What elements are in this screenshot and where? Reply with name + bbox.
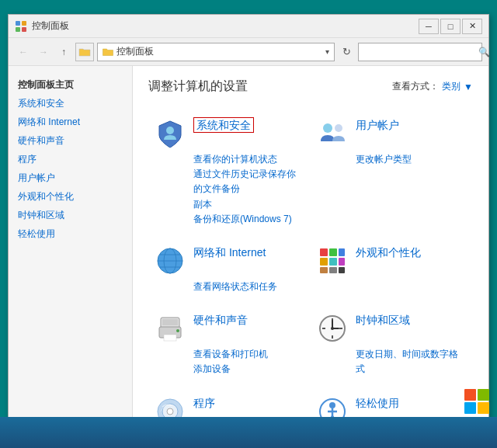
programs-content: 程序 [193,396,215,410]
svg-point-6 [335,124,342,132]
svg-rect-17 [339,258,345,266]
category-hardware: 硬件和声音 查看设备和打印机 添加设备 [148,305,311,387]
category-title-clock[interactable]: 时钟和区域 [356,314,410,326]
close-button[interactable]: ✕ [462,19,482,34]
svg-rect-1 [22,21,26,26]
address-path: 控制面板 [116,45,322,58]
forward-button[interactable]: → [35,43,52,61]
sidebar-item-clock[interactable]: 时钟和区域 [9,206,132,224]
page-title: 调整计算机的设置 [148,78,248,95]
up-button[interactable]: ↑ [55,43,72,61]
svg-rect-16 [329,258,337,266]
logo-red [464,389,476,401]
sidebar-item-users[interactable]: 用户帐户 [9,168,132,187]
user-accounts-icon [317,118,348,149]
link-add-device[interactable]: 添加设备 [193,362,304,377]
svg-rect-18 [320,267,328,273]
control-panel-window: 控制面板 ─ □ ✕ ← → ↑ 控制面板 ▾ ↻ [8,14,489,425]
search-icon: 🔍 [478,47,490,57]
titlebar-title: 控制面板 [32,19,419,33]
svg-point-25 [176,329,179,332]
watermark: ☆ 梦 系统米分 [384,389,489,414]
windows-logo [464,389,489,414]
clock-icon [317,313,348,344]
network-content: 网络和 Internet [193,245,266,259]
categories-grid: 系统和安全 查看你的计算机状态 通过文件历史记录保存你的文件备份 副本 备份和还… [148,110,473,425]
hardware-links: 查看设备和打印机 添加设备 [155,347,304,377]
main-content: 调整计算机的设置 查看方式： 类别 ▼ [133,66,488,425]
category-header-hardware: 硬件和声音 [155,313,304,344]
category-system-security: 系统和安全 查看你的计算机状态 通过文件历史记录保存你的文件备份 副本 备份和还… [148,110,311,238]
system-security-links: 查看你的计算机状态 通过文件历史记录保存你的文件备份 副本 备份和还原(Wind… [155,152,304,227]
sidebar-item-system[interactable]: 系统和安全 [9,94,132,113]
link-devices-printers[interactable]: 查看设备和打印机 [193,347,304,362]
view-mode-arrow: ▼ [464,82,473,92]
search-box[interactable]: 🔍 [358,43,482,61]
view-mode-label: 查看方式： [392,80,439,93]
address-dropdown-icon[interactable]: ▾ [325,47,329,56]
network-links: 查看网络状态和任务 [155,280,304,294]
user-accounts-links: 更改帐户类型 [317,152,467,167]
sidebar-item-programs[interactable]: 程序 [9,150,132,168]
logo-blue [464,402,476,414]
svg-rect-3 [22,27,26,32]
watermark-star: ☆ [384,391,400,412]
user-accounts-content: 用户帐户 [356,118,399,132]
back-button[interactable]: ← [15,43,32,61]
svg-point-39 [329,402,335,408]
logo-green [478,389,489,401]
titlebar: 控制面板 ─ □ ✕ [9,15,488,38]
sidebar-item-appearance[interactable]: 外观和个性化 [9,187,132,206]
category-title-appearance[interactable]: 外观和个性化 [356,246,421,259]
system-security-content: 系统和安全 [193,118,254,132]
category-title-network[interactable]: 网络和 Internet [193,246,266,259]
sidebar-item-hardware[interactable]: 硬件和声音 [9,131,132,150]
link-network-status[interactable]: 查看网络状态和任务 [193,280,304,294]
category-title-users[interactable]: 用户帐户 [356,119,399,131]
search-input[interactable] [362,47,478,57]
link-backup[interactable]: 备份和还原(Windows 7) [193,212,304,227]
sidebar-header: 控制面板主页 [9,75,132,94]
svg-rect-20 [339,267,345,273]
sidebar-section: 控制面板主页 系统和安全 网络和 Internet 硬件和声音 程序 用户帐户 … [9,72,132,246]
sidebar: 控制面板主页 系统和安全 网络和 Internet 硬件和声音 程序 用户帐户 … [9,66,133,425]
refresh-button[interactable]: ↻ [338,43,355,61]
svg-point-4 [166,127,174,134]
svg-rect-2 [16,27,20,32]
sidebar-item-accessibility[interactable]: 轻松使用 [9,224,132,243]
category-clock: 时钟和区域 更改日期、时间或数字格式 [311,305,473,387]
watermark-site: 梦 [405,394,415,408]
link-date-time[interactable]: 更改日期、时间或数字格式 [356,347,467,377]
network-icon [155,245,186,276]
address-box[interactable]: 控制面板 ▾ [97,43,335,61]
svg-rect-15 [320,258,328,266]
link-change-account-type[interactable]: 更改帐户类型 [356,152,467,167]
link-file-history[interactable]: 通过文件历史记录保存你的文件备份 [193,167,304,196]
category-header-clock: 时钟和区域 [317,313,467,344]
svg-rect-24 [164,335,176,341]
appearance-icon [317,245,348,276]
link-computer-status[interactable]: 查看你的计算机状态 [193,152,304,167]
hardware-icon [155,313,186,344]
view-mode-value: 类别 [442,80,461,93]
maximize-button[interactable]: □ [440,19,461,34]
hardware-content: 硬件和声音 [193,313,248,327]
category-appearance: 外观和个性化 [311,238,473,305]
svg-rect-12 [320,248,328,256]
svg-rect-22 [162,319,178,325]
sidebar-item-network[interactable]: 网络和 Internet [9,113,132,131]
main-header: 调整计算机的设置 查看方式： 类别 ▼ [148,78,473,95]
minimize-button[interactable]: ─ [419,19,439,34]
category-user-accounts: 用户帐户 更改帐户类型 [311,110,473,238]
clock-content: 时钟和区域 [356,313,410,327]
category-title-programs[interactable]: 程序 [193,397,215,409]
category-title-system[interactable]: 系统和安全 [193,117,254,133]
svg-rect-13 [329,248,337,256]
view-mode-selector[interactable]: 查看方式： 类别 ▼ [392,80,473,93]
category-header-network: 网络和 Internet [155,245,304,276]
svg-rect-19 [329,267,337,273]
svg-point-34 [331,327,334,330]
category-title-hardware[interactable]: 硬件和声音 [193,314,248,326]
system-security-icon [155,118,186,149]
link-file-history-2[interactable]: 副本 [193,197,304,212]
